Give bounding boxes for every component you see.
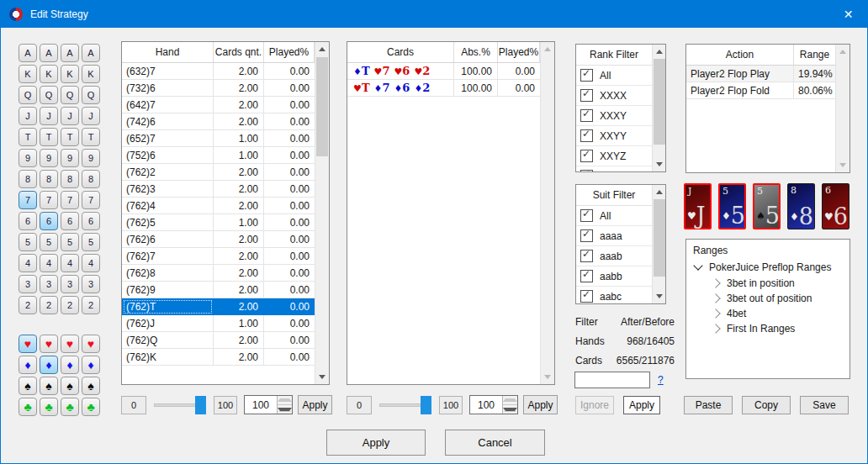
- table-row[interactable]: (632)72.000.00: [122, 63, 329, 80]
- tree-node-first-in-ranges[interactable]: First In Ranges: [712, 322, 795, 335]
- rank-button-8-col1[interactable]: 8: [19, 170, 37, 188]
- scroll-thumb[interactable]: [316, 57, 328, 156]
- abs-cell[interactable]: 100.00: [454, 63, 498, 80]
- played-cell[interactable]: 0.00: [264, 315, 315, 332]
- table-row[interactable]: (742)62.000.00: [122, 113, 329, 130]
- spinner-down-icon[interactable]: [503, 405, 517, 414]
- titlebar[interactable]: Edit Strategy ✕: [1, 1, 867, 28]
- rank-button-T-col2[interactable]: T: [40, 128, 58, 146]
- played-cell[interactable]: 0.00: [264, 181, 315, 198]
- rank-button-3-col1[interactable]: 3: [19, 275, 37, 293]
- hand-percent-value[interactable]: 100: [245, 396, 277, 414]
- scroll-thumb[interactable]: [654, 199, 665, 277]
- scroll-up-icon[interactable]: [541, 42, 554, 56]
- rank-button-A-col2[interactable]: A: [40, 44, 58, 62]
- scroll-down-icon[interactable]: [653, 157, 666, 171]
- played-cell[interactable]: 0.00: [264, 298, 315, 315]
- rank-button-3-col2[interactable]: 3: [40, 275, 58, 293]
- tree-node-label[interactable]: PokerJuice Preflop Ranges: [709, 261, 831, 273]
- hand-cell[interactable]: (752)6: [122, 147, 214, 164]
- scroll-up-icon[interactable]: [836, 45, 849, 59]
- cards-qnt-cell[interactable]: 2.00: [214, 181, 264, 198]
- rank-filter-scrollbar[interactable]: [652, 45, 665, 171]
- rank-filter-checkbox-xxyz[interactable]: ✓: [580, 150, 593, 162]
- tree-node-label[interactable]: 3bet out of position: [727, 293, 812, 304]
- suit-filter-item-all[interactable]: ✓All: [576, 206, 652, 226]
- cards-qnt-cell[interactable]: 1.00: [214, 147, 264, 164]
- played-cell[interactable]: 0.00: [264, 332, 315, 349]
- suit-filter-scrollbar[interactable]: [652, 185, 665, 303]
- hand-cell[interactable]: (732)6: [122, 80, 214, 97]
- column-header-hand[interactable]: Hand: [122, 42, 214, 63]
- action-cell[interactable]: Player2 Flop Fold: [686, 82, 794, 99]
- combo-apply-button[interactable]: Apply: [523, 395, 558, 414]
- table-row[interactable]: (762)62.000.00: [122, 231, 329, 248]
- spinner-down-icon[interactable]: [278, 405, 292, 414]
- hand-cell[interactable]: (762)5: [122, 214, 214, 231]
- tree-node-4bet[interactable]: 4bet: [712, 307, 746, 320]
- rank-button-8-col4[interactable]: 8: [82, 170, 100, 188]
- hand-cell[interactable]: (642)7: [122, 97, 214, 113]
- dialog-apply-button[interactable]: Apply: [326, 430, 426, 456]
- played-cell[interactable]: 0.00: [264, 214, 315, 231]
- cards-qnt-cell[interactable]: 2.00: [214, 248, 264, 265]
- scroll-down-icon[interactable]: [836, 158, 849, 172]
- tree-node-label[interactable]: 3bet in position: [727, 277, 795, 289]
- column-header-abs-%[interactable]: Abs.%: [454, 42, 498, 63]
- cards-qnt-cell[interactable]: 1.00: [214, 315, 264, 332]
- rank-filter-item-xyzr[interactable]: ✓XYZR: [576, 166, 652, 172]
- rank-button-2-col3[interactable]: 2: [61, 296, 79, 314]
- hand-cell[interactable]: (762)Q: [122, 332, 214, 349]
- suit-button-hearts-col2[interactable]: ♥: [40, 335, 58, 353]
- paste-button[interactable]: Paste: [684, 396, 733, 414]
- cards-qnt-cell[interactable]: 2.00: [214, 198, 264, 214]
- action-table-scrollbar[interactable]: [835, 45, 849, 172]
- rank-button-7-col4[interactable]: 7: [82, 191, 100, 209]
- rank-button-Q-col4[interactable]: Q: [82, 86, 100, 104]
- suit-button-diamonds-col2[interactable]: ♦: [40, 356, 58, 374]
- chevron-right-icon[interactable]: [711, 324, 720, 333]
- hand-cell[interactable]: (762)4: [122, 198, 214, 214]
- rank-button-A-col1[interactable]: A: [19, 44, 37, 62]
- rank-filter-checkbox-xxyy[interactable]: ✓: [580, 129, 593, 142]
- rank-button-9-col4[interactable]: 9: [82, 149, 100, 167]
- rank-button-K-col4[interactable]: K: [82, 65, 100, 83]
- rank-button-6-col3[interactable]: 6: [61, 212, 79, 230]
- rank-button-4-col4[interactable]: 4: [82, 254, 100, 272]
- combo-slider-min-button[interactable]: 0: [347, 396, 372, 414]
- rank-button-9-col2[interactable]: 9: [40, 149, 58, 167]
- tree-node-3bet-out-of-position[interactable]: 3bet out of position: [712, 292, 812, 305]
- ignore-button[interactable]: Ignore: [575, 396, 614, 414]
- played-cell[interactable]: 0.00: [264, 130, 315, 147]
- combo-percent-spinner[interactable]: 100: [469, 395, 518, 414]
- hand-cell[interactable]: (762)9: [122, 282, 214, 298]
- chevron-right-icon[interactable]: [711, 278, 720, 287]
- rank-button-A-col3[interactable]: A: [61, 44, 79, 62]
- suit-button-hearts-col4[interactable]: ♥: [82, 335, 100, 353]
- rank-button-2-col2[interactable]: 2: [40, 296, 58, 314]
- chevron-right-icon[interactable]: [711, 308, 720, 318]
- suit-filter-item-aabc[interactable]: ✓aabc: [576, 287, 652, 304]
- rank-filter-title[interactable]: Rank Filter: [576, 45, 652, 66]
- played-cell[interactable]: 0.00: [264, 231, 315, 248]
- suit-filter-item-aaab[interactable]: ✓aaab: [576, 246, 652, 266]
- hand-table-scrollbar[interactable]: [315, 42, 329, 384]
- range-cell[interactable]: 19.94%: [794, 66, 836, 82]
- rank-button-4-col1[interactable]: 4: [19, 254, 37, 272]
- cards-qnt-cell[interactable]: 1.00: [214, 214, 264, 231]
- abs-cell[interactable]: 100.00: [454, 80, 498, 97]
- cards-qnt-cell[interactable]: 2.00: [214, 113, 264, 130]
- rank-button-6-col1[interactable]: 6: [19, 212, 37, 230]
- suit-filter-item-aaaa[interactable]: ✓aaaa: [576, 226, 652, 246]
- board-card-5-spades[interactable]: 5♠5: [753, 183, 781, 229]
- played-cell[interactable]: 0.00: [264, 248, 315, 265]
- copy-button[interactable]: Copy: [742, 396, 791, 414]
- rank-filter-item-all[interactable]: ✓All: [576, 66, 652, 86]
- filter-apply-button[interactable]: Apply: [623, 396, 660, 414]
- rank-filter-item-xxxx[interactable]: ✓XXXX: [576, 86, 652, 106]
- column-header-played%[interactable]: Played%: [264, 42, 315, 63]
- table-row[interactable]: ♦T♥7♥6♥2100.000.00: [347, 63, 554, 80]
- hand-percent-spinner[interactable]: 100: [244, 395, 293, 414]
- range-cell[interactable]: 80.06%: [794, 82, 836, 99]
- hand-cell[interactable]: (762)2: [122, 164, 214, 181]
